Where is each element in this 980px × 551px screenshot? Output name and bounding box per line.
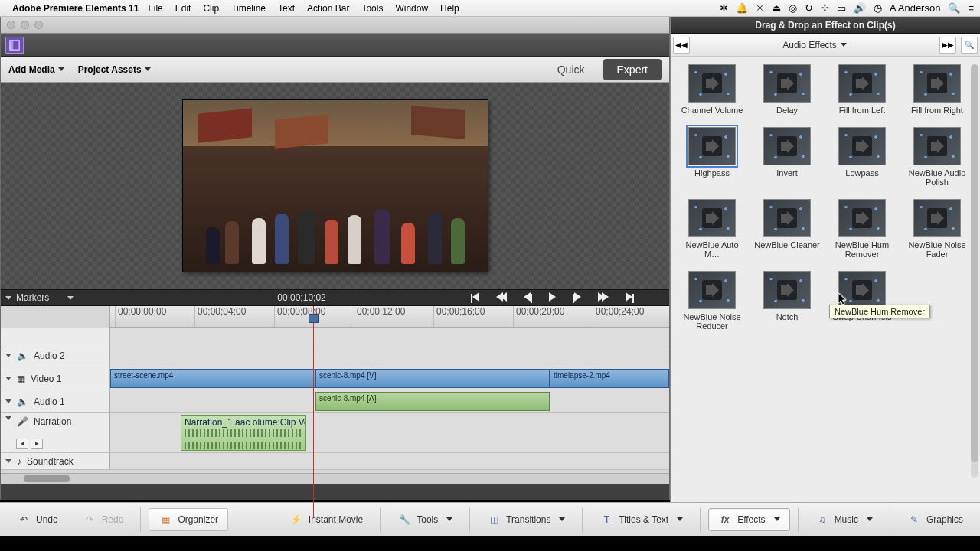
redo-button[interactable]: ↷Redo	[74, 508, 133, 531]
markers-label[interactable]: Markers	[16, 292, 49, 303]
scrollbar-thumb[interactable]	[24, 475, 70, 482]
titles-button[interactable]: TTitles & Text	[590, 508, 692, 531]
spotlight-icon[interactable]: 🔍	[948, 2, 960, 14]
effect-item[interactable]: NewBlue Auto M…	[678, 199, 746, 259]
menu-tools[interactable]: Tools	[361, 3, 383, 14]
bluetooth-icon[interactable]: ✢	[821, 2, 829, 14]
track-audio2[interactable]: 🔈Audio 2	[1, 344, 669, 367]
effect-item[interactable]: NewBlue Noise Fader	[903, 199, 971, 259]
track-video1[interactable]: ▦Video 1 street-scene.mp4 scenic-8.mp4 […	[1, 367, 669, 390]
scrollbar-thumb[interactable]	[971, 64, 978, 462]
effect-item[interactable]: NewBlue Hum Remover	[828, 199, 896, 259]
tab-expert[interactable]: Expert	[603, 59, 662, 80]
zoom-button[interactable]	[34, 21, 43, 29]
disclosure-icon[interactable]	[5, 416, 11, 420]
effect-thumbnail[interactable]	[688, 271, 736, 309]
speaker-icon[interactable]: 🔈	[17, 350, 28, 361]
organizer-button[interactable]: ▦Organizer	[149, 508, 228, 531]
effect-item[interactable]: Channel Volume	[678, 64, 746, 115]
timecode[interactable]: 00;00;10;02	[277, 292, 325, 303]
list-icon[interactable]: ≡	[968, 2, 974, 14]
effect-item[interactable]: NewBlue Audio Polish	[903, 127, 971, 187]
battery-icon[interactable]: ▭	[837, 2, 846, 14]
effect-thumbnail[interactable]	[688, 64, 736, 103]
transitions-button[interactable]: ◫Transitions	[478, 508, 574, 531]
effect-item[interactable]: Invert	[753, 127, 821, 187]
video-clip[interactable]: scenic-8.mp4 [V]	[315, 369, 550, 388]
clock-icon[interactable]: ◷	[874, 2, 882, 14]
effect-thumbnail[interactable]	[838, 64, 886, 103]
nudge-right-button[interactable]: ▸	[31, 439, 43, 449]
effect-item[interactable]: Swap Channels	[828, 271, 896, 331]
minimize-button[interactable]	[21, 21, 29, 29]
track-soundtrack[interactable]: ♪Soundtrack	[1, 453, 669, 470]
track-audio1[interactable]: 🔈Audio 1 scenic-8.mp4 [A]	[1, 390, 669, 413]
menu-file[interactable]: File	[148, 3, 162, 14]
panel-toggle-button[interactable]	[5, 37, 24, 54]
effect-thumbnail[interactable]	[763, 199, 811, 237]
music-icon[interactable]: ♪	[17, 456, 21, 467]
effect-thumbnail[interactable]	[913, 199, 961, 237]
effect-thumbnail[interactable]	[913, 64, 961, 103]
effect-thumbnail[interactable]	[913, 127, 961, 165]
effect-thumbnail[interactable]	[838, 127, 886, 165]
next-button[interactable]	[598, 292, 609, 304]
effect-thumbnail[interactable]	[763, 64, 811, 103]
disclosure-icon[interactable]	[5, 354, 11, 357]
effect-thumbnail[interactable]	[763, 271, 811, 309]
timeline-scrollbar[interactable]	[1, 473, 669, 484]
prev-button[interactable]	[496, 292, 507, 304]
add-media-button[interactable]: Add Media	[8, 64, 64, 75]
close-button[interactable]	[7, 21, 15, 29]
timemachine-icon[interactable]: ↻	[805, 2, 813, 14]
effect-thumbnail[interactable]	[763, 127, 811, 165]
sync-icon[interactable]: ✳	[756, 2, 764, 14]
instant-movie-button[interactable]: ⚡Instant Movie	[280, 508, 372, 531]
app-name[interactable]: Adobe Premiere Elements 11	[12, 3, 139, 14]
effect-thumbnail[interactable]	[688, 199, 736, 237]
volume-icon[interactable]: 🔊	[854, 2, 866, 14]
play-button[interactable]	[549, 292, 556, 304]
goto-end-button[interactable]	[626, 292, 634, 304]
video-clip[interactable]: street-scene.mp4	[110, 369, 315, 388]
display-icon[interactable]: ◎	[789, 2, 797, 14]
music-button[interactable]: ♫Music	[806, 508, 882, 531]
effect-item[interactable]: Fill from Left	[828, 64, 896, 115]
nav-back-button[interactable]: ◀◀	[673, 37, 690, 54]
menu-help[interactable]: Help	[440, 3, 459, 14]
undo-button[interactable]: ↶Undo	[8, 508, 67, 531]
goto-start-button[interactable]	[471, 292, 479, 304]
menu-actionbar[interactable]: Action Bar	[307, 3, 349, 14]
playhead[interactable]	[313, 306, 314, 518]
user-name[interactable]: A Anderson	[890, 2, 941, 14]
mic-icon[interactable]: 🎤	[17, 416, 28, 427]
effects-button[interactable]: fxEffects	[708, 508, 789, 531]
disclosure-icon[interactable]	[5, 459, 11, 463]
effect-thumbnail[interactable]	[838, 199, 886, 237]
graphics-button[interactable]: ✎Graphics	[898, 508, 972, 531]
markers-disclosure-icon[interactable]	[5, 296, 11, 300]
menu-clip[interactable]: Clip	[203, 3, 219, 14]
project-assets-button[interactable]: Project Assets	[78, 64, 151, 75]
menu-window[interactable]: Window	[395, 3, 428, 14]
menu-timeline[interactable]: Timeline	[231, 3, 266, 14]
video-clip[interactable]: timelapse-2.mp4	[550, 369, 669, 388]
step-back-button[interactable]	[524, 292, 532, 304]
program-monitor[interactable]	[183, 100, 488, 272]
nav-fwd-button[interactable]: ▶▶	[939, 37, 956, 54]
effect-item[interactable]: NewBlue Noise Reducer	[678, 271, 746, 331]
step-fwd-button[interactable]	[573, 292, 581, 304]
panel-scrollbar[interactable]	[971, 64, 978, 478]
nudge-left-button[interactable]: ◂	[16, 439, 28, 449]
effects-category[interactable]: Audio Effects	[692, 40, 937, 51]
menu-text[interactable]: Text	[278, 3, 295, 14]
effect-item[interactable]: Lowpass	[828, 127, 896, 187]
effect-thumbnail[interactable]	[838, 271, 886, 309]
audio-clip[interactable]: scenic-8.mp4 [A]	[315, 392, 550, 411]
effect-item[interactable]: Notch	[753, 271, 821, 331]
eject-icon[interactable]: ⏏	[772, 2, 781, 14]
disclosure-icon[interactable]	[5, 377, 11, 380]
effect-item[interactable]: Delay	[753, 64, 821, 115]
effect-item[interactable]: Fill from Right	[903, 64, 971, 115]
effect-thumbnail[interactable]	[688, 127, 736, 165]
